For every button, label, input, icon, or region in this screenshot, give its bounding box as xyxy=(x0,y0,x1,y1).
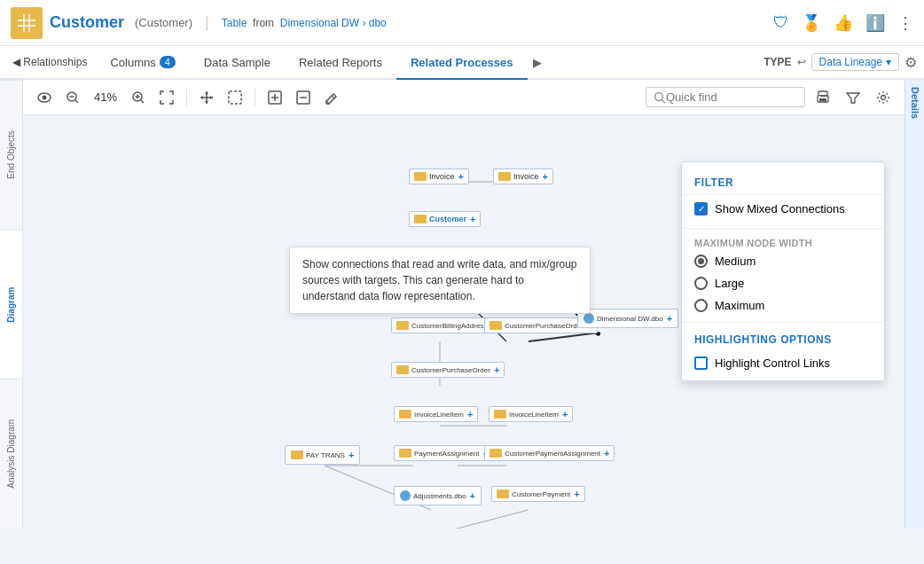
svg-marker-17 xyxy=(205,101,208,104)
zoom-level: 41% xyxy=(89,90,122,104)
entity-name: Customer xyxy=(50,13,124,32)
svg-rect-0 xyxy=(18,14,35,32)
side-labels: End Objects Diagram Analysis Diagram xyxy=(0,80,23,529)
node-customer-pay-assign[interactable]: CustomerPaymentAssignment + xyxy=(484,445,615,461)
table-icon xyxy=(11,7,43,39)
svg-point-6 xyxy=(43,95,47,99)
right-panel[interactable]: Details xyxy=(904,80,924,529)
node-invoice1[interactable]: Invoice + xyxy=(409,168,469,184)
header-actions: 🛡 🏅 👍 ℹ️ ⋮ xyxy=(773,13,913,33)
svg-line-30 xyxy=(662,99,666,103)
node-pay-trans[interactable]: PAY TRANS + xyxy=(285,445,360,465)
max-width-label: MAXIMUM NODE WIDTH xyxy=(682,232,884,250)
move-button[interactable] xyxy=(194,85,219,110)
print-button[interactable] xyxy=(810,85,835,110)
app-header: Customer (Customer) | Table from Dimensi… xyxy=(0,0,924,46)
more-icon[interactable]: ⋮ xyxy=(897,13,913,33)
filter-button[interactable] xyxy=(841,85,865,110)
toolbar-search xyxy=(646,85,896,110)
toolbar-sep2 xyxy=(254,89,255,106)
svg-rect-33 xyxy=(819,98,826,101)
node-invoice2[interactable]: Invoice + xyxy=(493,168,553,184)
entity-subtitle: (Customer) xyxy=(135,16,192,29)
svg-line-13 xyxy=(141,100,144,103)
entity-meta: Table from Dimensional DW › dbo xyxy=(222,17,387,29)
svg-line-40 xyxy=(529,333,599,341)
thumbsup-icon[interactable]: 👍 xyxy=(834,13,853,33)
radio-maximum[interactable] xyxy=(694,299,708,312)
remove-button[interactable] xyxy=(291,85,316,110)
select-button[interactable] xyxy=(223,85,247,110)
tab-type-selector: TYPE ↩ Data Lineage ▾ ⚙ xyxy=(763,46,924,78)
tab-related-processes[interactable]: Related Processes xyxy=(396,46,528,80)
radio-medium[interactable] xyxy=(694,255,708,268)
search-input[interactable] xyxy=(666,90,790,104)
show-mixed-connections-item[interactable]: ✓ Show Mixed Connections xyxy=(682,195,884,223)
node-adjustments[interactable]: Adjustments.dbo + xyxy=(394,486,482,505)
sidebar-item-diagram[interactable]: Diagram xyxy=(0,230,22,380)
add-button[interactable] xyxy=(262,85,287,110)
fit-button[interactable] xyxy=(154,85,179,110)
columns-badge: 4 xyxy=(160,56,176,68)
node-customer-payment[interactable]: CustomerPayment + xyxy=(491,486,585,502)
diagram-canvas[interactable]: Invoice + Invoice + Customer + Data Lake… xyxy=(23,115,904,529)
edit-button[interactable] xyxy=(319,85,344,110)
radio-large[interactable] xyxy=(694,277,708,290)
node-customer-purchase2[interactable]: CustomerPurchaseOrder + xyxy=(391,362,505,378)
zoom-out-button[interactable] xyxy=(60,85,85,110)
type-dropdown[interactable]: Data Lineage ▾ xyxy=(811,53,899,71)
width-large[interactable]: Large xyxy=(682,272,884,294)
search-icon xyxy=(654,91,666,104)
filter-dropdown: FILTER ✓ Show Mixed Connections MAXIMUM … xyxy=(681,161,885,381)
diagram-toolbar: 41% xyxy=(23,80,904,115)
tab-columns[interactable]: Columns 4 xyxy=(96,46,189,80)
svg-rect-34 xyxy=(818,96,820,98)
sidebar-item-end-objects[interactable]: End Objects xyxy=(0,80,22,230)
svg-line-26 xyxy=(332,96,334,98)
shield-icon[interactable]: 🛡 xyxy=(773,13,789,32)
svg-rect-20 xyxy=(229,91,241,104)
show-mixed-checkbox[interactable]: ✓ xyxy=(694,202,708,215)
svg-line-9 xyxy=(75,100,78,103)
svg-marker-35 xyxy=(847,93,859,103)
tab-settings-icon[interactable]: ⚙ xyxy=(904,54,917,71)
main-area: End Objects Diagram Analysis Diagram 41% xyxy=(0,80,924,529)
svg-marker-18 xyxy=(200,96,203,99)
tooltip-box: Show connections that read and write dat… xyxy=(289,247,591,314)
sidebar-item-analysis-diagram[interactable]: Analysis Diagram xyxy=(0,379,22,529)
award-icon[interactable]: 🏅 xyxy=(802,13,821,33)
details-label[interactable]: Details xyxy=(910,87,920,119)
highlight-header: HIGHLIGHTING OPTIONS xyxy=(682,326,884,349)
tab-data-sample[interactable]: Data Sample xyxy=(190,46,285,80)
node-customer-main[interactable]: Customer + xyxy=(409,211,481,227)
svg-rect-31 xyxy=(818,91,827,96)
tab-relationships[interactable]: ◀ Relationships xyxy=(4,46,96,80)
tab-arrow[interactable]: ▶ xyxy=(528,46,547,78)
highlight-checkbox[interactable] xyxy=(694,356,708,370)
node-dim-dw[interactable]: Dimensional DW.dbo + xyxy=(577,309,678,328)
zoom-in-button[interactable] xyxy=(126,85,151,110)
eye-button[interactable] xyxy=(32,85,57,110)
toolbar-sep1 xyxy=(186,89,187,106)
highlight-control-links-item[interactable]: Highlight Control Links xyxy=(682,349,884,377)
svg-point-36 xyxy=(881,95,886,99)
width-medium[interactable]: Medium xyxy=(682,250,884,272)
svg-marker-19 xyxy=(210,96,213,99)
node-payment-assign[interactable]: PaymentAssignment + xyxy=(394,445,494,461)
width-maximum[interactable]: Maximum xyxy=(682,294,884,317)
svg-marker-16 xyxy=(205,91,208,94)
info-icon[interactable]: ℹ️ xyxy=(865,13,885,33)
search-box[interactable] xyxy=(646,87,805,107)
svg-point-29 xyxy=(655,92,663,100)
tab-bar: ◀ Relationships Columns 4 Data Sample Re… xyxy=(0,46,924,80)
filter-header: FILTER xyxy=(682,168,884,195)
tab-related-reports[interactable]: Related Reports xyxy=(285,46,396,80)
settings-button[interactable] xyxy=(871,85,896,110)
node-invoice-line1[interactable]: InvoiceLineItem + xyxy=(394,406,478,422)
svg-line-46 xyxy=(325,510,529,529)
node-invoice-line2[interactable]: InvoiceLineItem + xyxy=(489,406,573,422)
